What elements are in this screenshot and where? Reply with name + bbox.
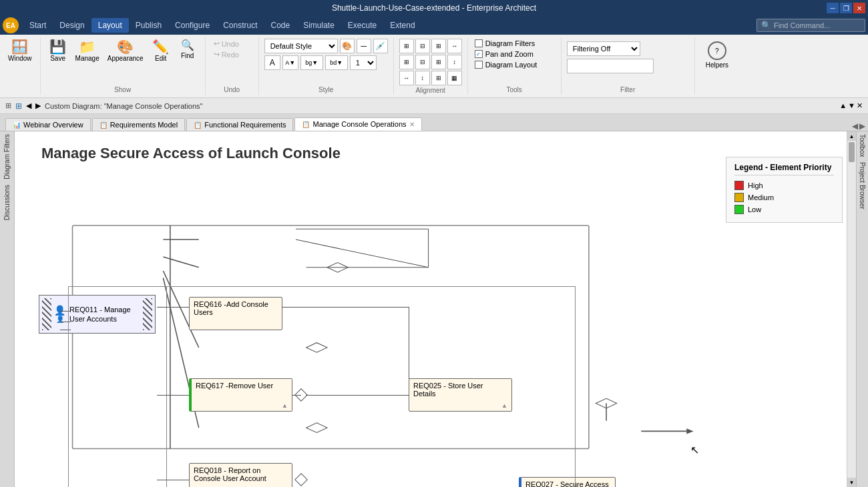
req018-element[interactable]: REQ018 - Report onConsole User Account [189, 463, 292, 487]
close-button[interactable]: ✕ [853, 3, 865, 13]
menu-execute[interactable]: Execute [341, 18, 383, 33]
ribbon-group-helpers: ? Helpers [695, 37, 739, 95]
edit-label: Edit [155, 55, 166, 62]
border-color-btn[interactable]: bd▼ [325, 55, 348, 70]
sidebar-label-toolbox[interactable]: Toolbox [857, 131, 867, 159]
restore-button[interactable]: ❐ [840, 3, 852, 13]
grid-btn[interactable]: ▦ [447, 71, 462, 85]
undo-icon: ↩ [214, 39, 220, 48]
line-616-right [282, 307, 409, 308]
diagram-filters-item[interactable]: Diagram Filters [473, 39, 539, 48]
align-middle-btn[interactable]: ⊟ [415, 55, 430, 69]
req617-label: REQ617 -Remove User [196, 382, 288, 390]
bc-nav-left[interactable]: ◀ [26, 101, 31, 110]
style-dropdown[interactable]: Default Style [264, 39, 338, 53]
minimize-button[interactable]: ─ [827, 3, 839, 13]
menu-publish[interactable]: Publish [129, 18, 168, 33]
req027-element[interactable]: REQ027 - Secure Access ▲ [519, 477, 616, 487]
menu-simulate[interactable]: Simulate [296, 18, 341, 33]
appearance-button[interactable]: 🎨 Appearance [105, 39, 146, 63]
req616-label: REQ616 -Add ConsoleUsers [194, 300, 278, 316]
undo-button[interactable]: ↩ Undo [211, 39, 242, 49]
text-color-btn[interactable]: A▼ [282, 55, 298, 70]
pan-zoom-checkbox[interactable]: ✓ [475, 50, 483, 58]
ribbon: 🪟 Window 💾 Save 📁 Manage 🎨 Appearance ✏️… [0, 35, 868, 98]
right-sidebar: Toolbox Project Browser [856, 131, 868, 487]
bc-prev-btn[interactable]: ⊞ [5, 101, 11, 110]
tools-group-label: Tools [473, 85, 556, 93]
align-center-btn[interactable]: ⊟ [415, 39, 430, 53]
bc-up-btn[interactable]: ▲ [839, 101, 847, 110]
menu-layout[interactable]: Layout [91, 18, 129, 33]
scroll-up-btn[interactable]: ▲ [847, 131, 856, 141]
menu-code[interactable]: Code [264, 18, 296, 33]
bc-nav-right[interactable]: ▶ [35, 101, 41, 110]
req616-element[interactable]: REQ616 -Add ConsoleUsers [189, 297, 282, 330]
req018-label: REQ018 - Report onConsole User Account [194, 466, 288, 482]
pan-zoom-item[interactable]: ✓ Pan and Zoom [473, 49, 539, 59]
line-weight-dropdown[interactable]: 123 [350, 55, 377, 70]
redo-button[interactable]: ↪ Redo [211, 49, 242, 59]
save-button[interactable]: 💾 Save [46, 39, 70, 63]
tab-functional-requirements[interactable]: 📋 Functional Requirements [186, 118, 293, 131]
app-logo: EA [3, 17, 19, 33]
command-search[interactable]: 🔍 [756, 19, 865, 32]
bc-down-btn[interactable]: ▼ [848, 101, 855, 110]
menu-start[interactable]: Start [23, 18, 53, 33]
tab-webinar-overview[interactable]: 📊 Webinar Overview [5, 118, 91, 131]
filtering-dropdown[interactable]: Filtering Off [567, 41, 640, 56]
menu-construct[interactable]: Construct [216, 18, 264, 33]
sidebar-label-filters[interactable]: Diagram Filters [2, 131, 12, 182]
diagram-layout-item[interactable]: Diagram Layout [473, 60, 539, 69]
size-same-btn[interactable]: ⊞ [431, 71, 446, 85]
menu-design[interactable]: Design [53, 18, 91, 33]
scroll-down-btn[interactable]: ▼ [847, 478, 856, 487]
svg-marker-8 [596, 398, 616, 408]
align-top-btn[interactable]: ⊞ [399, 55, 414, 69]
undo-label: Undo [222, 40, 239, 48]
search-input[interactable] [774, 21, 861, 29]
distribute-v-btn[interactable]: ↕ [447, 55, 462, 69]
req025-element[interactable]: REQ025 - Store User Details ▲ [409, 378, 512, 412]
diagram-filters-checkbox[interactable] [475, 39, 483, 47]
size-w-btn[interactable]: ↔ [399, 71, 414, 85]
req011-element[interactable]: 👤 👤 REQ011 - Manage User Accounts [39, 295, 156, 334]
size-h-btn[interactable]: ↕ [415, 71, 430, 85]
tab-close-manage[interactable]: ✕ [409, 121, 415, 128]
sidebar-label-project-browser[interactable]: Project Browser [857, 159, 867, 212]
tab-icon-req-model: 📋 [99, 121, 107, 129]
diagram-layout-checkbox[interactable] [475, 61, 483, 69]
scroll-thumb[interactable] [849, 142, 855, 162]
legend-item-medium: Medium [734, 193, 834, 202]
edit-button[interactable]: ✏️ Edit [149, 39, 173, 63]
align-left-btn[interactable]: ⊞ [399, 39, 414, 53]
distribute-h-btn[interactable]: ↔ [447, 39, 462, 53]
filter-input[interactable] [567, 59, 654, 73]
bg-color-btn[interactable]: bg▼ [300, 55, 323, 70]
svg-marker-7 [306, 423, 327, 433]
font-btn[interactable]: A [264, 55, 280, 70]
window-button[interactable]: 🪟 Window [5, 39, 35, 63]
align-right-btn[interactable]: ⊞ [431, 39, 446, 53]
menu-extend[interactable]: Extend [383, 18, 421, 33]
zoom-button[interactable]: 🔍 Find [176, 39, 200, 61]
req617-element[interactable]: REQ617 -Remove User ▲ [189, 378, 292, 412]
eyedrop-btn[interactable]: 💉 [373, 39, 388, 53]
sidebar-label-discussions[interactable]: Discussions [2, 182, 12, 223]
tab-nav-right[interactable]: ▶ [859, 121, 865, 131]
vertical-scrollbar[interactable]: ▲ ▼ [847, 131, 856, 487]
tab-manage-console[interactable]: 📋 Manage Console Operations ✕ [294, 117, 421, 131]
menu-configure[interactable]: Configure [168, 18, 216, 33]
bc-close-btn[interactable]: ✕ [857, 101, 863, 110]
helpers-button[interactable]: ? Helpers [700, 39, 734, 71]
line-style-btn[interactable]: ─ [357, 39, 371, 53]
manage-button[interactable]: 📁 Manage [73, 39, 102, 63]
tab-requirements-model[interactable]: 📋 Requirements Model [92, 118, 186, 131]
diagram-canvas[interactable]: Manage Secure Access of Launch Console [15, 131, 856, 487]
legend-label-high: High [748, 181, 763, 189]
legend-color-medium [734, 193, 744, 202]
fill-color-btn[interactable]: 🎨 [340, 39, 355, 53]
align-bottom-btn[interactable]: ⊞ [431, 55, 446, 69]
tab-nav-left[interactable]: ◀ [852, 121, 858, 131]
svg-marker-5 [327, 262, 348, 272]
